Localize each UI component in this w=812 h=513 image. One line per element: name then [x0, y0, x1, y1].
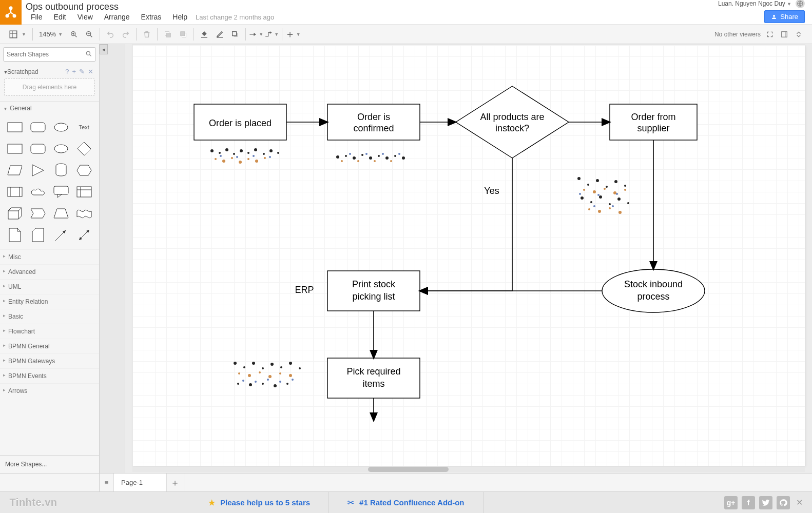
- scrollbar-thumb[interactable]: [368, 467, 449, 472]
- insert-button[interactable]: ＋▼: [285, 27, 300, 42]
- to-front-button[interactable]: [161, 27, 175, 42]
- category-flowchart[interactable]: Flowchart: [0, 324, 99, 339]
- node-print-picking-list[interactable]: Print stock picking list: [327, 271, 420, 311]
- shape-bidir-arrow[interactable]: [74, 226, 94, 244]
- category-bpmn-gateways[interactable]: BPMN Gateways: [0, 353, 99, 368]
- scratchpad-help-icon[interactable]: ?: [64, 68, 70, 75]
- menu-file[interactable]: File: [26, 12, 48, 22]
- shadow-button[interactable]: [228, 27, 242, 42]
- menu-extras[interactable]: Extras: [136, 12, 167, 22]
- canvas-area[interactable]: ◂ Order is placed Order is confirmed: [100, 44, 812, 473]
- scratchpad-edit-icon[interactable]: ✎: [78, 68, 86, 75]
- node-order-confirmed[interactable]: Order is confirmed: [327, 104, 420, 140]
- scratchpad-add-icon[interactable]: +: [70, 68, 78, 75]
- category-uml[interactable]: UML: [0, 279, 99, 294]
- edge-decision-print[interactable]: [420, 158, 512, 291]
- search-icon[interactable]: [85, 50, 92, 59]
- scratchpad-close-icon[interactable]: ✕: [86, 68, 95, 75]
- shape-hexagon[interactable]: [74, 161, 94, 180]
- chevron-down-icon[interactable]: ▼: [22, 32, 26, 37]
- menu-arrange[interactable]: Arrange: [99, 12, 135, 22]
- zoom-level-dropdown[interactable]: 145%▼: [36, 30, 66, 38]
- shape-note[interactable]: [5, 226, 25, 244]
- add-page-button[interactable]: ＋: [167, 473, 184, 491]
- node-order-supplier[interactable]: Order from supplier: [610, 104, 697, 140]
- menu-view[interactable]: View: [72, 12, 98, 22]
- shape-callout[interactable]: [51, 183, 71, 201]
- category-bpmn-general[interactable]: BPMN General: [0, 339, 99, 353]
- more-shapes-button[interactable]: More Shapes...: [0, 455, 99, 473]
- annotation-erp[interactable]: ERP: [295, 285, 314, 295]
- general-section-header[interactable]: ▾ General: [0, 101, 99, 115]
- category-misc[interactable]: Misc: [0, 249, 99, 264]
- shape-card[interactable]: [28, 226, 48, 244]
- shape-internal-storage[interactable]: [74, 183, 94, 201]
- category-arrows[interactable]: Arrows: [0, 383, 99, 398]
- shape-trapezoid[interactable]: [51, 204, 71, 223]
- edge-label-yes[interactable]: Yes: [484, 186, 499, 196]
- social-github-icon[interactable]: [777, 496, 790, 509]
- node-decision-instock[interactable]: All products are instock?: [456, 86, 569, 158]
- flowchart-diagram[interactable]: Order is placed Order is confirmed All p…: [132, 45, 805, 466]
- category-bpmn-events[interactable]: BPMN Events: [0, 368, 99, 383]
- user-name-label[interactable]: Luan. Nguyen Ngoc Duy ▼: [718, 0, 791, 7]
- app-logo[interactable]: [0, 0, 22, 25]
- footer-rate-tab[interactable]: ★ Please help us to 5 stars: [190, 492, 329, 513]
- shape-cylinder[interactable]: [51, 161, 71, 180]
- shape-roundrect[interactable]: [28, 118, 48, 136]
- search-shapes-input[interactable]: [3, 47, 96, 62]
- social-googleplus-icon[interactable]: g+: [724, 496, 738, 509]
- menu-edit[interactable]: Edit: [49, 12, 71, 22]
- zoom-in-button[interactable]: [67, 27, 81, 42]
- page-tab-1[interactable]: Page-1: [114, 473, 167, 491]
- collapse-panels-icon[interactable]: [794, 27, 804, 42]
- to-back-button[interactable]: [176, 27, 190, 42]
- social-twitter-icon[interactable]: [759, 496, 772, 509]
- canvas-page[interactable]: Order is placed Order is confirmed All p…: [132, 45, 805, 466]
- zoom-out-button[interactable]: [82, 27, 96, 42]
- shape-text[interactable]: Text: [74, 118, 94, 136]
- globe-icon[interactable]: [796, 0, 805, 8]
- category-advanced[interactable]: Advanced: [0, 264, 99, 279]
- category-basic[interactable]: Basic: [0, 309, 99, 324]
- shape-triangle[interactable]: [28, 161, 48, 180]
- node-order-placed[interactable]: Order is placed: [194, 104, 286, 140]
- page-layout-button[interactable]: [6, 27, 21, 42]
- shape-rect2[interactable]: [5, 140, 25, 158]
- shape-parallelogram[interactable]: [5, 161, 25, 180]
- line-color-button[interactable]: [212, 27, 227, 42]
- menu-help[interactable]: Help: [167, 12, 192, 22]
- footer-addon-tab[interactable]: ✂ #1 Rated Confluence Add-on: [329, 492, 483, 513]
- shape-cube[interactable]: [5, 204, 25, 223]
- svg-point-121: [598, 210, 601, 213]
- shape-tape[interactable]: [74, 204, 94, 223]
- horizontal-scrollbar[interactable]: [132, 467, 805, 472]
- connection-type-button[interactable]: ▼: [249, 27, 263, 42]
- format-panel-icon[interactable]: [779, 27, 789, 42]
- fill-color-button[interactable]: [197, 27, 211, 42]
- shape-rect[interactable]: [5, 118, 25, 136]
- shape-ellipse2[interactable]: [51, 140, 71, 158]
- outline-toggle[interactable]: ◂: [100, 44, 108, 54]
- shape-diamond[interactable]: [74, 140, 94, 158]
- social-facebook-icon[interactable]: f: [742, 496, 755, 509]
- delete-button[interactable]: [140, 27, 154, 42]
- shape-arrow-line[interactable]: [51, 226, 71, 244]
- node-pick-items[interactable]: Pick required items: [327, 358, 420, 398]
- redo-button[interactable]: [119, 27, 133, 42]
- shape-process[interactable]: [5, 183, 25, 201]
- shape-ellipse[interactable]: [51, 118, 71, 136]
- shape-step[interactable]: [28, 204, 48, 223]
- footer-close-icon[interactable]: ✕: [794, 498, 805, 507]
- undo-button[interactable]: [103, 27, 118, 42]
- shape-cloud[interactable]: [28, 183, 48, 201]
- shape-roundrect2[interactable]: [28, 140, 48, 158]
- document-title[interactable]: Ops outbound process: [26, 2, 119, 12]
- category-entity-relation[interactable]: Entity Relation: [0, 294, 99, 309]
- node-stock-inbound[interactable]: Stock inbound process: [602, 269, 705, 312]
- pages-menu-button[interactable]: ≡: [100, 473, 114, 491]
- scratchpad-dropzone[interactable]: Drag elements here: [4, 78, 95, 96]
- waypoint-button[interactable]: ▼: [264, 27, 279, 42]
- share-button[interactable]: Share: [764, 10, 805, 23]
- fullscreen-icon[interactable]: [765, 27, 775, 42]
